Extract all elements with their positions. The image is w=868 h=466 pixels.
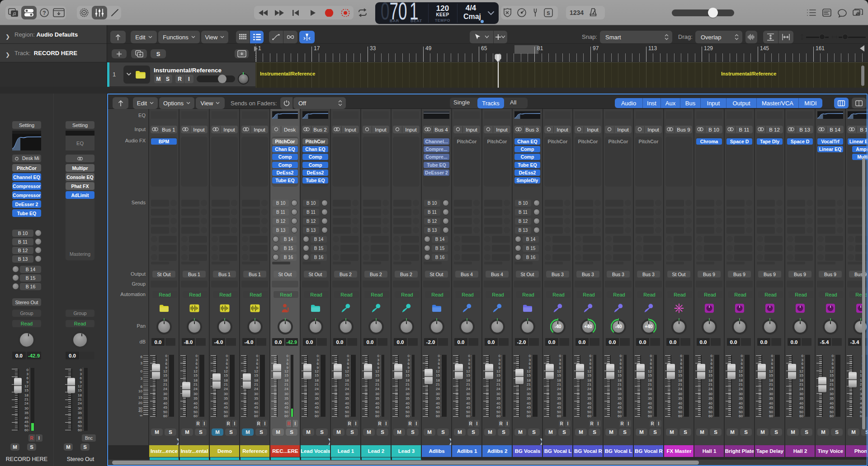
- svg-text:?: ?: [42, 10, 46, 16]
- svg-text:S: S: [547, 10, 550, 16]
